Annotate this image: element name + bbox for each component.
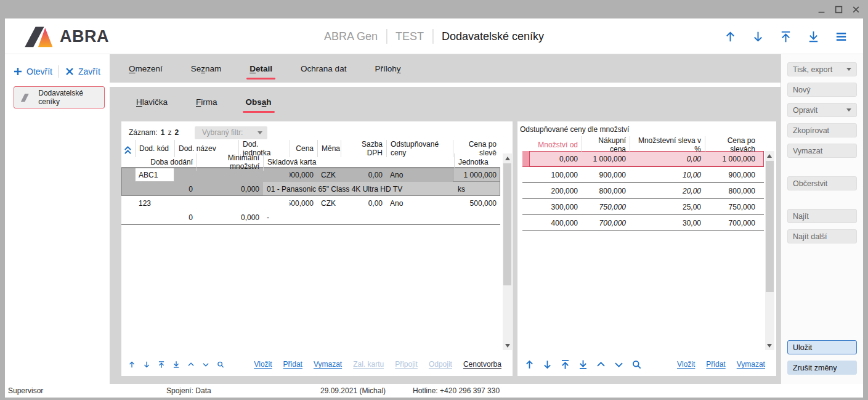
cell-sazba-dph[interactable]: 0,00: [341, 196, 386, 210]
cell[interactable]: 700,000: [705, 219, 759, 227]
cell-jednotka[interactable]: ks: [454, 182, 500, 196]
cell-mena[interactable]: CZK: [317, 196, 341, 210]
minimize-button[interactable]: [817, 5, 825, 14]
cell[interactable]: 1 000,000: [582, 155, 630, 163]
cell-doba-dodani[interactable]: 0: [135, 182, 197, 196]
scroll-down-icon[interactable]: [503, 341, 512, 350]
vymazat-button[interactable]: Vymazat: [787, 144, 857, 158]
tab-obsah[interactable]: Obsah: [245, 96, 272, 108]
cell[interactable]: 900,000: [705, 171, 759, 179]
cell[interactable]: 0,000: [530, 155, 582, 163]
pridat-link[interactable]: Přidat: [706, 360, 725, 369]
najit-button[interactable]: Najít: [787, 209, 857, 223]
cell-dod-jednotka[interactable]: [238, 168, 290, 182]
open-pricelist-link[interactable]: Otevřít: [14, 67, 52, 76]
cell-minimalni-mnozstvi[interactable]: 0,000: [197, 182, 263, 196]
cell[interactable]: 1 000,000: [705, 155, 759, 163]
cell-jednotka[interactable]: [454, 210, 500, 224]
quantity-scrollbar[interactable]: [765, 151, 774, 350]
cell-dod-nazev[interactable]: [174, 196, 238, 210]
quantity-price-row[interactable]: 400,000700,00030,00700,000: [522, 215, 764, 231]
col-mnozstevni-sleva[interactable]: Množstevní sleva v %: [630, 136, 705, 153]
cell-dod-kod[interactable]: ABC1: [135, 168, 174, 182]
tab-ochrana-dat[interactable]: Ochrana dat: [300, 63, 347, 75]
cenotvorba-link[interactable]: Cenotvorba: [463, 360, 501, 369]
close-pricelist-link[interactable]: Zavřít: [65, 67, 100, 76]
quantity-price-row[interactable]: 100,000900,00010,00900,000: [522, 167, 764, 183]
cell-cena[interactable]: 500,000: [290, 196, 317, 210]
down-arrow-icon[interactable]: [751, 30, 765, 44]
top-arrow-icon[interactable]: [157, 359, 166, 370]
tab-firma[interactable]: Firma: [195, 96, 218, 108]
chevron-down-icon[interactable]: [201, 359, 210, 370]
selected-filter-dropdown[interactable]: Vybraný filtr:: [195, 126, 267, 139]
up-arrow-icon[interactable]: [128, 359, 136, 370]
tab-prilohy[interactable]: Přílohy: [374, 63, 401, 75]
cell[interactable]: 25,00: [630, 203, 705, 211]
cell[interactable]: 200,000: [530, 187, 582, 195]
cell[interactable]: 700,000: [582, 219, 630, 227]
najit-dalsi-button[interactable]: Najít další: [787, 229, 857, 243]
col-nakupni-cena[interactable]: Nákupní cena: [582, 136, 630, 153]
scroll-thumb[interactable]: [503, 163, 511, 285]
cell[interactable]: 0,00: [630, 155, 705, 163]
cell[interactable]: 400,000: [530, 219, 582, 227]
ulozit-button[interactable]: Uložit: [787, 340, 857, 354]
chevron-down-icon[interactable]: [613, 359, 625, 370]
tab-hlavicka[interactable]: Hlavička: [136, 96, 168, 108]
cell-odstupnovane-ceny[interactable]: Ano: [386, 196, 453, 210]
top-arrow-icon[interactable]: [779, 30, 793, 44]
tab-detail[interactable]: Detail: [249, 63, 273, 75]
cell-odstupnovane-ceny[interactable]: Ano: [386, 168, 453, 182]
down-arrow-icon[interactable]: [142, 359, 151, 370]
cell-sazba-dph[interactable]: 0,00: [341, 168, 386, 182]
up-arrow-icon[interactable]: [723, 30, 737, 44]
vlozit-link[interactable]: Vložit: [677, 360, 695, 369]
menu-icon[interactable]: [834, 30, 848, 44]
collapse-all-icon[interactable]: [123, 145, 132, 155]
cell-skladova-karta[interactable]: 01 - Panasonic 65" Class 4K Ultra HD TV: [263, 182, 454, 196]
quantity-price-row[interactable]: 300,000750,00025,00750,000: [522, 199, 764, 215]
top-arrow-icon[interactable]: [559, 359, 571, 370]
cell[interactable]: 300,000: [530, 203, 582, 211]
scroll-up-icon[interactable]: [765, 151, 774, 160]
cell-mena[interactable]: CZK: [317, 168, 341, 182]
bottom-arrow-icon[interactable]: [172, 359, 180, 370]
cell-cena-po-sleve[interactable]: 1 000,000: [453, 168, 500, 182]
cell-cena[interactable]: 1 000,000: [290, 168, 317, 182]
zrusit-zmeny-button[interactable]: Zrušit změny: [787, 361, 857, 375]
tab-seznam[interactable]: Seznam: [190, 63, 222, 75]
pridat-link[interactable]: Přidat: [283, 360, 302, 369]
cell[interactable]: 100,000: [530, 171, 582, 179]
window-titlebar[interactable]: [0, 0, 868, 18]
obcerstvit-button[interactable]: Občerstvit: [787, 176, 857, 190]
tisk-export-button[interactable]: Tisk, export: [787, 62, 857, 76]
maximize-button[interactable]: [834, 5, 843, 14]
up-arrow-icon[interactable]: [524, 359, 535, 370]
cell[interactable]: 800,000: [582, 187, 630, 195]
cell-dod-nazev[interactable]: [174, 168, 238, 182]
item-record-row[interactable]: ABC11 000,000CZK0,00Ano1 000,00000,00001…: [121, 168, 500, 196]
cell[interactable]: 20,00: [630, 187, 705, 195]
opravit-button[interactable]: Opravit: [787, 103, 857, 117]
item-record-row[interactable]: 123500,000CZK0,00Ano500,00000,000-: [121, 196, 500, 225]
scroll-down-icon[interactable]: [765, 341, 774, 350]
close-button[interactable]: [851, 5, 860, 14]
col-mnozstvi-od[interactable]: Množství od: [530, 136, 582, 153]
open-agenda-card[interactable]: Dodavatelské ceníky: [14, 86, 105, 108]
cell[interactable]: 900,000: [582, 171, 630, 179]
quantity-price-row[interactable]: 200,000800,00020,00800,000: [522, 183, 764, 199]
cell-minimalni-mnozstvi[interactable]: 0,000: [197, 210, 263, 224]
novy-button[interactable]: Nový: [787, 83, 857, 97]
tab-omezeni[interactable]: Omezení: [128, 63, 163, 75]
cell-dod-kod[interactable]: 123: [135, 196, 174, 210]
zkopirovat-button[interactable]: Zkopírovat: [787, 123, 857, 137]
vymazat-link[interactable]: Vymazat: [737, 360, 765, 369]
search-icon[interactable]: [631, 359, 643, 370]
bottom-arrow-icon[interactable]: [577, 359, 589, 370]
cell-doba-dodani[interactable]: 0: [135, 210, 197, 224]
scroll-up-icon[interactable]: [503, 153, 512, 163]
cell-dod-jednotka[interactable]: [238, 196, 290, 210]
down-arrow-icon[interactable]: [541, 359, 553, 370]
cell[interactable]: 800,000: [705, 187, 759, 195]
